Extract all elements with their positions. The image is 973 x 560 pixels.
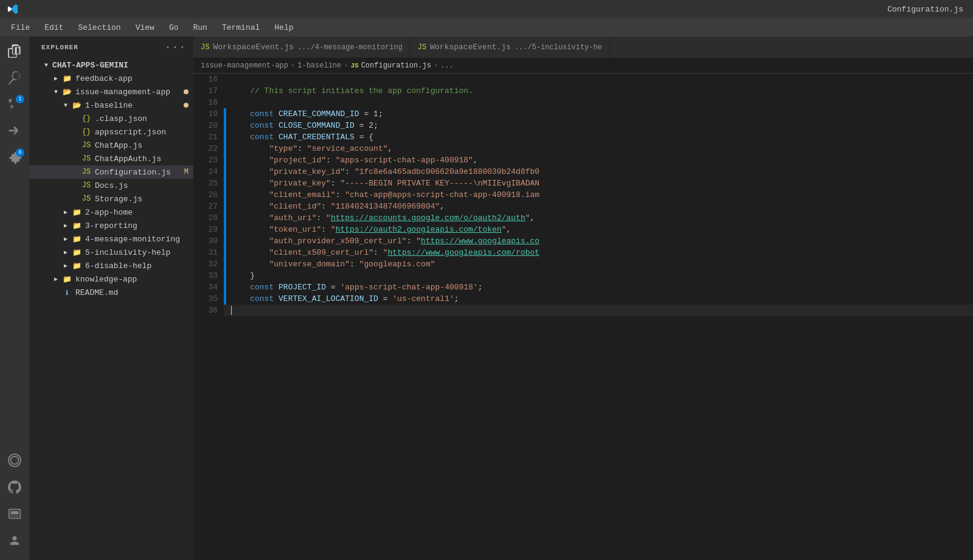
tab2-icon: JS	[418, 43, 426, 52]
line-content-34: const PROJECT_ID = 'apps-script-chat-app…	[226, 282, 973, 293]
menu-view[interactable]: View	[130, 21, 161, 35]
code-line-35: const VERTEX_AI_LOCATION_ID = 'us-centra…	[224, 293, 973, 305]
folder-open2-icon: 📂	[72, 100, 81, 110]
tree-item-4-message-monitoring[interactable]: ▶ 📁 4-message-monitoring	[29, 232, 193, 246]
item-label-6-disable-help: 6-disable-help	[85, 261, 193, 271]
line-content-33: }	[226, 270, 973, 282]
code-line-26: "client_email": "chat-app@apps-script-ch…	[224, 189, 973, 201]
folder-k-icon: 📁	[62, 274, 72, 284]
editor-area: JS WorkspaceEvent.js .../4-message-monit…	[193, 36, 973, 560]
folder-2-icon: 📁	[72, 207, 81, 217]
tab-workspaceevent-5[interactable]: JS WorkspaceEvent.js .../5-inclusivity-h…	[410, 36, 610, 58]
tree-item-appsscript-json[interactable]: {} appsscript.json	[29, 125, 193, 139]
folder-icon: 📁	[62, 74, 72, 83]
github-activity-icon[interactable]	[2, 475, 27, 499]
sidebar-more-icon[interactable]: ···	[165, 41, 186, 54]
folder-2-arrow-icon: ▶	[61, 207, 71, 217]
no-arrow	[71, 114, 80, 123]
tree-item-configuration-js[interactable]: JS Configuration.js M	[29, 165, 193, 179]
code-line-33: }	[224, 270, 973, 282]
folder-arrow-icon: ▶	[51, 74, 61, 83]
code-line-31: "client_x509_cert_url": "https://www.goo…	[224, 247, 973, 258]
line-content-27: "client_id": "118402413487406969804",	[226, 201, 973, 212]
line-content-36	[226, 305, 973, 316]
code-line-28: "auth_uri": "https://accounts.google.com…	[224, 212, 973, 224]
tree-item-docs-js[interactable]: JS Docs.js	[29, 179, 193, 192]
tree-item-5-inclusivity-help[interactable]: ▶ 📁 5-inclusivity-help	[29, 246, 193, 259]
line-content-30: "auth_provider_x509_cert_url": "https://…	[226, 235, 973, 247]
line-content-22: "type": "service_account",	[226, 143, 973, 154]
tree-item-knowledge-app[interactable]: ▶ 📁 knowledge-app	[29, 272, 193, 286]
menu-edit[interactable]: Edit	[38, 21, 69, 35]
tree-item-readme-md[interactable]: ℹ README.md	[29, 286, 193, 299]
folder-6-arrow-icon: ▶	[61, 261, 71, 271]
menu-selection[interactable]: Selection	[72, 21, 126, 35]
breadcrumb-part-1[interactable]: issue-management-app	[201, 61, 288, 70]
item-label-docs-js: Docs.js	[95, 181, 193, 190]
tab2-label: WorkspaceEvent.js	[430, 43, 511, 52]
folder-6-icon: 📁	[72, 261, 81, 271]
menu-terminal[interactable]: Terminal	[216, 21, 266, 35]
tree-item-chatapp-js[interactable]: JS ChatApp.js	[29, 139, 193, 152]
remote-activity-icon[interactable]	[2, 448, 27, 472]
code-line-21: const CHAT_CREDENTIALS = {	[224, 131, 973, 143]
code-line-19: const CREATE_COMMAND_ID = 1;	[224, 108, 973, 120]
code-line-16	[224, 74, 973, 85]
text-cursor	[231, 306, 232, 315]
source-control-activity-icon[interactable]: 1	[2, 92, 27, 117]
ports-activity-icon[interactable]	[2, 502, 27, 526]
line-content-35: const VERTEX_AI_LOCATION_ID = 'us-centra…	[226, 293, 973, 305]
tree-item-chatappauth-js[interactable]: JS ChatAppAuth.js	[29, 152, 193, 165]
json-file-icon: {}	[81, 114, 91, 123]
code-editor[interactable]: 16 17 18 19 20 21 22 23 24 25 26 27 28 2…	[193, 74, 973, 560]
code-line-18	[224, 97, 973, 108]
breadcrumb-part-3[interactable]: Configuration.js	[361, 61, 431, 70]
item-label-clasp-json: .clasp.json	[95, 114, 193, 123]
tree-item-clasp-json[interactable]: {} .clasp.json	[29, 112, 193, 125]
item-label-chatapp-js: ChatApp.js	[95, 141, 193, 150]
tree-item-root[interactable]: ▼ CHAT-APPS-GEMINI	[29, 58, 193, 72]
code-line-30: "auth_provider_x509_cert_url": "https://…	[224, 235, 973, 247]
baseline-modified-dot	[184, 103, 189, 108]
js-chatappauth-icon: JS	[81, 154, 91, 164]
menu-help[interactable]: Help	[268, 21, 299, 35]
search-activity-icon[interactable]	[2, 66, 27, 90]
code-line-17: // This script initiates the app configu…	[224, 85, 973, 97]
json2-file-icon: {}	[81, 127, 91, 137]
tree-item-3-reporting[interactable]: ▶ 📁 3-reporting	[29, 219, 193, 232]
tab-workspaceevent-4[interactable]: JS WorkspaceEvent.js .../4-message-monit…	[193, 36, 410, 58]
baseline-arrow-icon: ▼	[61, 100, 71, 110]
tree-item-6-disable-help[interactable]: ▶ 📁 6-disable-help	[29, 259, 193, 272]
extensions-activity-icon[interactable]: 6	[2, 146, 27, 170]
no-arrow6	[71, 181, 80, 190]
item-label-configuration-js: Configuration.js	[95, 168, 184, 177]
accounts-activity-icon[interactable]	[2, 528, 27, 553]
item-label-issue-management: issue-management-app	[75, 88, 184, 97]
no-arrow7	[71, 194, 80, 204]
line-content-29: "token_uri": "https://oauth2.googleapis.…	[226, 224, 973, 235]
breadcrumb-part-4[interactable]: ...	[440, 61, 454, 70]
tree-item-2-app-home[interactable]: ▶ 📁 2-app-home	[29, 206, 193, 219]
run-debug-activity-icon[interactable]	[2, 119, 27, 143]
code-line-25: "private_key": "-----BEGIN PRIVATE KEY--…	[224, 178, 973, 189]
tree-item-storage-js[interactable]: JS Storage.js	[29, 192, 193, 206]
tree-item-1-baseline[interactable]: ▼ 📂 1-baseline	[29, 99, 193, 112]
menu-run[interactable]: Run	[187, 21, 213, 35]
menu-go[interactable]: Go	[163, 21, 185, 35]
sidebar-tree: ▼ CHAT-APPS-GEMINI ▶ 📁 feedback-app ▼ 📂 …	[29, 58, 193, 560]
breadcrumb-part-2[interactable]: 1-baseline	[297, 61, 341, 70]
tree-item-feedback-app[interactable]: ▶ 📁 feedback-app	[29, 72, 193, 85]
menu-file[interactable]: File	[5, 21, 36, 35]
gutter-18	[224, 97, 226, 108]
explorer-activity-icon[interactable]	[2, 39, 27, 63]
item-label-4-message-monitoring: 4-message-monitoring	[85, 235, 193, 244]
folder-5-icon: 📁	[72, 247, 81, 257]
item-label-feedback-app: feedback-app	[75, 74, 193, 83]
line-content-20: const CLOSE_COMMAND_ID = 2;	[226, 120, 973, 131]
tree-item-issue-management-app[interactable]: ▼ 📂 issue-management-app	[29, 85, 193, 99]
item-label-2-app-home: 2-app-home	[85, 208, 193, 217]
main-layout: 1 6	[0, 36, 973, 560]
no-arrow-md	[51, 288, 61, 297]
item-label-knowledge-app: knowledge-app	[75, 275, 193, 284]
titlebar: Configuration.js	[0, 0, 973, 18]
